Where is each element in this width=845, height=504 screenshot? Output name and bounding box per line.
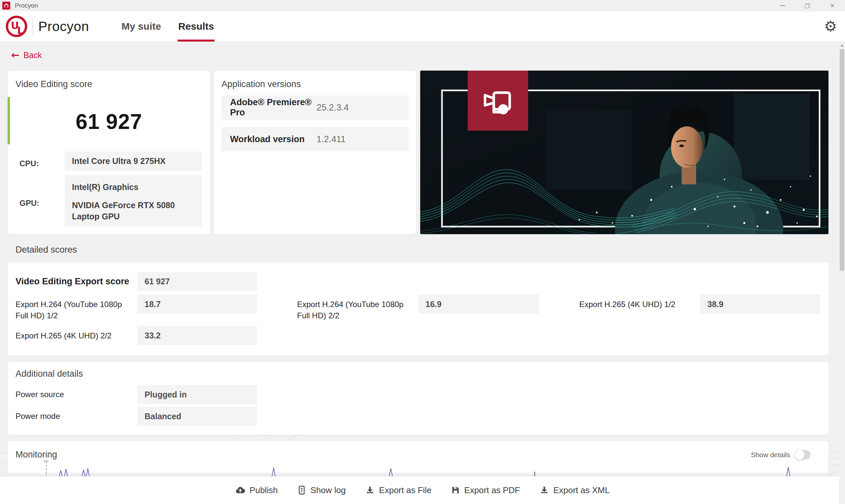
download-icon <box>540 486 549 495</box>
back-label: Back <box>23 51 42 60</box>
publish-label: Publish <box>249 485 278 496</box>
score-cell-label: Export H.265 (4K UHD) 1/2 <box>579 299 693 310</box>
score-cell-value-box: 18.7 <box>137 294 257 314</box>
cloud-upload-icon <box>235 486 245 494</box>
cpu-value-box: Intel Core Ultra 9 275HX <box>65 151 202 171</box>
show-log-button[interactable]: Show log <box>297 485 346 496</box>
show-details-toggle[interactable] <box>795 450 811 460</box>
brand-title: Procyon <box>38 19 89 34</box>
minimize-button[interactable] <box>770 0 795 11</box>
version-value: 25.2.3.4 <box>317 103 349 113</box>
power-mode-value-box: Balanced <box>137 407 257 426</box>
video-camera-icon <box>480 83 516 119</box>
version-row: Adobe® Premiere® Pro 25.2.3.4 <box>222 95 409 120</box>
tab-my-suite[interactable]: My suite <box>121 11 162 41</box>
main-nav: My suite Results <box>105 11 214 41</box>
gpu-value-box: Intel(R) Graphics NVIDIA GeForce RTX 508… <box>65 175 202 227</box>
document-icon <box>297 486 306 495</box>
cpu-label: CPU: <box>19 159 39 168</box>
versions-card-title: Application versions <box>222 79 301 89</box>
vertical-scrollbar[interactable]: ▲ <box>839 42 845 504</box>
export-as-file-button[interactable]: Export as File <box>365 485 432 496</box>
export-as-pdf-label: Export as PDF <box>464 485 520 496</box>
svg-text:L: L <box>17 25 23 36</box>
score-card-title: Video Editing score <box>16 79 92 89</box>
overall-score-value: 61 927 <box>7 109 210 134</box>
video-editing-badge <box>468 71 528 131</box>
restore-button[interactable] <box>795 0 820 11</box>
brand-divider <box>32 18 33 35</box>
export-as-file-label: Export as File <box>379 485 432 496</box>
application-versions-card: Application versions Adobe® Premiere® Pr… <box>214 71 416 234</box>
score-cell-label: Export H.264 (YouTube 1080p Full HD) 1/2 <box>16 299 129 321</box>
additional-details-card: Additional details Power source Plugged … <box>7 362 828 435</box>
export-as-pdf-button[interactable]: Export as PDF <box>451 485 520 496</box>
gpu-value-2: NVIDIA GeForce RTX 5080 Laptop GPU <box>72 200 195 222</box>
close-icon: × <box>830 2 835 10</box>
app-header: U L Procyon My suite Results ⚙ <box>0 11 845 42</box>
version-row: Workload version 1.2.411 <box>222 127 409 151</box>
close-button[interactable]: × <box>820 0 845 11</box>
score-cell-value-box: 33.2 <box>137 326 257 345</box>
score-cell-label: Export H.265 (4K UHD) 2/2 <box>16 330 129 341</box>
window-titlebar: Procyon × <box>0 0 845 11</box>
monitoring-title: Monitoring <box>16 450 57 460</box>
score-cell-value-box: 16.9 <box>418 294 539 314</box>
footer-toolbar: Publish Show log Export as File <box>0 476 845 504</box>
toggle-knob <box>795 450 805 460</box>
procyon-app: Procyon × U L Procyon My suite Results ⚙… <box>0 0 845 504</box>
score-cell-label: Export H.264 (YouTube 1080p Full HD) 2/2 <box>297 299 411 321</box>
save-icon <box>451 486 460 494</box>
export-score-value-box: 61 927 <box>137 272 257 291</box>
export-as-xml-button[interactable]: Export as XML <box>540 485 610 496</box>
scroll-up-arrow[interactable]: ▲ <box>839 43 845 47</box>
show-details-label: Show details <box>751 451 790 459</box>
score-cell-value-box: 38.9 <box>700 294 820 314</box>
power-source-label: Power source <box>16 390 64 399</box>
detailed-scores-heading: Detailed scores <box>16 245 77 255</box>
window-title: Procyon <box>15 2 38 9</box>
gpu-value-1: Intel(R) Graphics <box>72 182 195 192</box>
power-mode-label: Power mode <box>16 412 60 421</box>
minimize-icon <box>780 5 785 6</box>
tab-results[interactable]: Results <box>178 11 214 41</box>
power-source-value-box: Plugged in <box>137 385 257 404</box>
video-editing-score-card: Video Editing score 61 927 CPU: Intel Co… <box>7 71 210 234</box>
restore-icon <box>805 3 810 8</box>
download-icon <box>365 486 375 495</box>
publish-button[interactable]: Publish <box>235 485 278 496</box>
detailed-scores-card: Video Editing Export score 61 927 Export… <box>7 262 828 356</box>
scrollbar-thumb[interactable] <box>840 49 844 271</box>
gpu-label: GPU: <box>19 199 39 208</box>
show-log-label: Show log <box>310 485 346 496</box>
export-as-xml-label: Export as XML <box>553 485 610 496</box>
back-button[interactable]: ← Back <box>11 50 42 60</box>
gear-icon[interactable]: ⚙ <box>824 19 837 34</box>
additional-details-title: Additional details <box>16 369 83 379</box>
back-arrow-icon: ← <box>11 50 19 60</box>
ul-logo: U L <box>5 14 28 39</box>
hero-image <box>420 71 828 234</box>
version-label: Adobe® Premiere® Pro <box>230 97 317 118</box>
version-label: Workload version <box>230 134 317 144</box>
export-score-label: Video Editing Export score <box>16 275 138 288</box>
app-icon <box>2 2 10 10</box>
version-value: 1.2.411 <box>317 134 346 144</box>
